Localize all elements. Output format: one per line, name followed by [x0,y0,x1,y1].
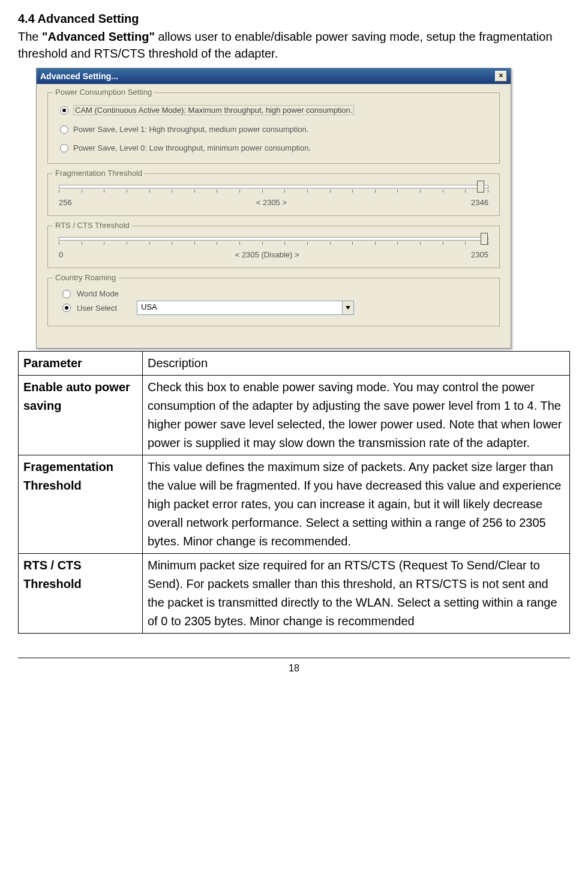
frag-min: 256 [59,198,72,207]
slider-thumb-icon[interactable] [477,181,484,193]
radio-icon [62,304,71,312]
table-row: RTS / CTS Threshold Minimum packet size … [19,554,570,634]
frag-labels: 256 < 2305 > 2346 [56,198,491,207]
group-label-power: Power Consumption Setting [53,88,154,97]
param-desc: Minimum packet size required for an RTS/… [143,554,570,634]
section-heading: 4.4 Advanced Setting [18,12,570,26]
param-name: Enable auto power saving [19,376,143,455]
radio-icon [60,144,68,152]
radio-label-cam: CAM (Continuous Active Mode): Maximum th… [73,105,354,115]
slider-thumb-icon[interactable] [481,233,488,245]
header-description: Description [143,352,570,376]
country-value: USA [137,301,342,314]
group-label-rts: RTS / CTS Threshold [53,221,132,230]
page-number: 18 [18,658,570,674]
radio-label-ps0: Power Save, Level 0: Low throughput, min… [73,143,311,152]
intro-bold: "Advanced Setting" [42,30,155,43]
frag-value: < 2305 > [72,198,471,207]
advanced-setting-dialog: Advanced Setting... × Power Consumption … [36,68,511,349]
radio-user-select[interactable]: User Select USA [62,301,491,315]
country-dropdown[interactable]: USA [137,301,354,315]
radio-cam[interactable]: CAM (Continuous Active Mode): Maximum th… [60,105,491,115]
table-row: Fragementation Threshold This value defi… [19,455,570,554]
group-rts: RTS / CTS Threshold 0 < 2305 (Disable) >… [47,226,500,268]
header-parameter: Parameter [19,352,143,376]
intro-pre: The [18,30,42,43]
rts-labels: 0 < 2305 (Disable) > 2305 [56,250,491,259]
group-label-country: Country Roaming [53,273,118,282]
rts-min: 0 [59,250,63,259]
dialog-title: Advanced Setting... [40,71,118,81]
radio-label-ps1: Power Save, Level 1: High throughput, me… [73,125,308,134]
param-desc: Check this box to enable power saving mo… [143,376,570,455]
radio-ps1[interactable]: Power Save, Level 1: High throughput, me… [60,125,491,134]
rts-ticks [56,242,491,247]
table-row: Parameter Description [19,352,570,376]
radio-icon [60,106,68,115]
radio-label-user: User Select [77,304,131,313]
radio-label-world: World Mode [77,289,119,298]
table-row: Enable auto power saving Check this box … [19,376,570,455]
frag-slider[interactable] [59,185,488,188]
radio-ps0[interactable]: Power Save, Level 0: Low throughput, min… [60,143,491,152]
dialog-titlebar[interactable]: Advanced Setting... × [37,68,511,84]
param-name: Fragementation Threshold [19,455,143,554]
chevron-down-icon[interactable] [342,301,353,314]
group-country: Country Roaming World Mode User Select U… [47,278,500,326]
radio-icon [62,290,71,298]
param-desc: This value defines the maximum size of p… [143,455,570,554]
radio-icon [60,125,68,134]
group-fragmentation: Fragmentation Threshold 256 < 2305 > 234… [47,173,500,216]
rts-max: 2305 [471,250,488,259]
group-power-consumption: Power Consumption Setting CAM (Continuou… [47,92,500,164]
rts-slider[interactable] [59,237,488,241]
rts-value: < 2305 (Disable) > [63,250,471,259]
svg-marker-0 [346,306,350,310]
parameter-table: Parameter Description Enable auto power … [18,351,570,634]
frag-max: 2346 [471,198,488,207]
radio-world[interactable]: World Mode [62,289,491,298]
intro-paragraph: The "Advanced Setting" allows user to en… [18,28,570,62]
group-label-frag: Fragmentation Threshold [53,169,145,178]
close-button[interactable]: × [495,71,507,82]
frag-ticks [56,190,491,194]
param-name: RTS / CTS Threshold [19,554,143,634]
